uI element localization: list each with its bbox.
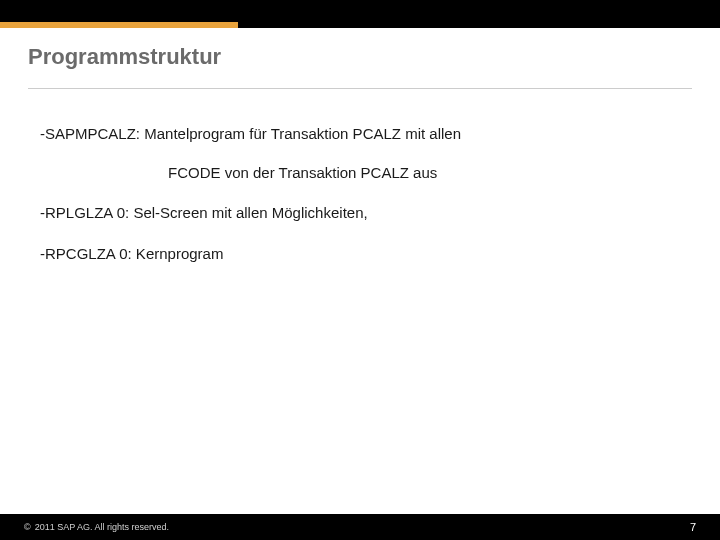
page-title: Programmstruktur <box>28 44 692 70</box>
copyright-symbol: © <box>24 522 31 532</box>
copyright: © 2011 SAP AG. All rights reserved. <box>24 522 169 532</box>
program-desc: Sel-Screen mit allen Möglichkeiten, <box>129 204 367 221</box>
program-desc: Mantelprogram für Transaktion PCALZ mit … <box>140 125 461 142</box>
program-desc-cont: FCODE von der Transaktion PCALZ aus <box>168 164 437 181</box>
footer: © 2011 SAP AG. All rights reserved. 7 <box>0 514 720 540</box>
program-name: RPLGLZA 0: <box>45 204 129 221</box>
title-area: Programmstruktur <box>0 28 720 88</box>
accent-strip <box>0 22 238 28</box>
program-name: SAPMPCALZ: <box>45 125 140 142</box>
page-number: 7 <box>690 521 696 533</box>
program-desc: Kernprogram <box>132 245 224 262</box>
list-item-continuation: FCODE von der Transaktion PCALZ aus <box>40 162 680 185</box>
top-bar <box>0 0 720 28</box>
list-item: -SAPMPCALZ: Mantelprogram für Transaktio… <box>40 123 680 146</box>
list-item: -RPCGLZA 0: Kernprogram <box>40 243 680 266</box>
list-item: -RPLGLZA 0: Sel-Screen mit allen Möglich… <box>40 202 680 225</box>
content-area: -SAPMPCALZ: Mantelprogram für Transaktio… <box>0 89 720 265</box>
copyright-text: 2011 SAP AG. All rights reserved. <box>35 522 169 532</box>
program-name: RPCGLZA 0: <box>45 245 132 262</box>
